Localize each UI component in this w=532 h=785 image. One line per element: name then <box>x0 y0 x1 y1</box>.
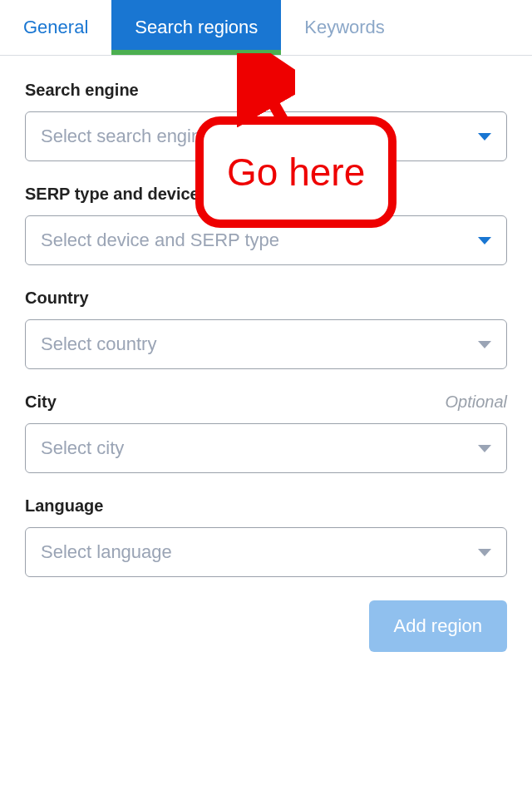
tab-search-regions[interactable]: Search regions <box>111 0 281 55</box>
label-search-engine: Search engine <box>25 81 139 100</box>
arrow-icon <box>237 53 295 128</box>
select-country[interactable]: Select country <box>25 319 507 369</box>
placeholder-country: Select country <box>41 333 156 355</box>
chevron-down-icon <box>478 237 491 244</box>
optional-label-city: Optional <box>446 392 508 412</box>
label-language: Language <box>25 496 103 516</box>
label-serp-type: SERP type and device i <box>25 185 221 204</box>
tab-keywords[interactable]: Keywords <box>281 0 408 55</box>
placeholder-serp-type: Select device and SERP type <box>41 230 279 251</box>
button-row: Add region <box>25 600 507 652</box>
callout-box: Go here <box>195 116 397 228</box>
placeholder-search-engine: Select search engine <box>41 126 211 147</box>
placeholder-language: Select language <box>41 541 172 563</box>
select-city[interactable]: Select city <box>25 423 507 473</box>
field-country: Country Select country <box>25 289 507 369</box>
field-city: City Optional Select city <box>25 392 507 473</box>
label-city: City <box>25 392 57 412</box>
add-region-button[interactable]: Add region <box>369 600 507 652</box>
chevron-down-icon <box>478 445 491 452</box>
chevron-down-icon <box>478 549 491 556</box>
tabs-bar: General Search regions Keywords <box>0 0 532 56</box>
select-language[interactable]: Select language <box>25 527 507 577</box>
placeholder-city: Select city <box>41 437 124 459</box>
svg-line-1 <box>252 66 283 120</box>
annotation-callout: Go here <box>195 116 397 228</box>
tab-general[interactable]: General <box>0 0 111 55</box>
chevron-down-icon <box>478 133 491 141</box>
label-country: Country <box>25 289 89 308</box>
chevron-down-icon <box>478 341 491 348</box>
field-language: Language Select language <box>25 496 507 577</box>
